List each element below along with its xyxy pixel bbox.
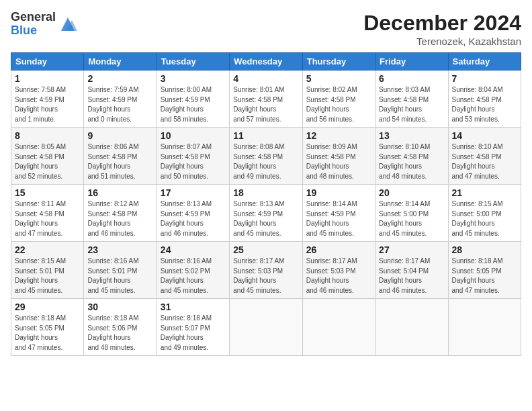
day-detail: Sunrise: 7:58 AMSunset: 4:59 PMDaylight …: [15, 85, 80, 124]
day-cell-13: 13Sunrise: 8:10 AMSunset: 4:58 PMDayligh…: [375, 128, 448, 185]
empty-cell: [448, 299, 521, 356]
day-number: 10: [161, 130, 226, 141]
day-number: 17: [161, 187, 226, 198]
day-cell-2: 2Sunrise: 7:59 AMSunset: 4:59 PMDaylight…: [84, 71, 157, 128]
empty-cell: [230, 299, 302, 356]
day-detail: Sunrise: 8:00 AMSunset: 4:59 PMDaylight …: [161, 85, 226, 124]
day-cell-19: 19Sunrise: 8:14 AMSunset: 4:59 PMDayligh…: [302, 185, 375, 242]
empty-cell: [302, 299, 375, 356]
day-detail: Sunrise: 8:11 AMSunset: 4:58 PMDaylight …: [15, 199, 80, 238]
day-cell-22: 22Sunrise: 8:15 AMSunset: 5:01 PMDayligh…: [11, 242, 84, 299]
day-cell-10: 10Sunrise: 8:07 AMSunset: 4:58 PMDayligh…: [157, 128, 229, 185]
day-cell-18: 18Sunrise: 8:13 AMSunset: 4:59 PMDayligh…: [230, 185, 302, 242]
day-number: 21: [452, 187, 517, 198]
day-cell-31: 31Sunrise: 8:18 AMSunset: 5:07 PMDayligh…: [157, 299, 229, 356]
logo-general: General: [11, 11, 56, 24]
calendar-table: SundayMondayTuesdayWednesdayThursdayFrid…: [11, 52, 521, 356]
day-cell-5: 5Sunrise: 8:02 AMSunset: 4:58 PMDaylight…: [302, 71, 375, 128]
day-number: 24: [161, 244, 226, 255]
day-number: 29: [15, 302, 80, 312]
day-number: 5: [306, 73, 371, 84]
day-detail: Sunrise: 8:18 AMSunset: 5:05 PMDaylight …: [15, 314, 80, 353]
location: Terenozek, Kazakhstan: [363, 36, 521, 47]
day-number: 13: [379, 130, 444, 141]
col-header-monday: Monday: [84, 53, 157, 71]
day-number: 28: [452, 244, 517, 255]
day-cell-27: 27Sunrise: 8:17 AMSunset: 5:04 PMDayligh…: [375, 242, 448, 299]
day-cell-17: 17Sunrise: 8:13 AMSunset: 4:59 PMDayligh…: [157, 185, 229, 242]
day-detail: Sunrise: 8:01 AMSunset: 4:58 PMDaylight …: [233, 85, 298, 124]
day-detail: Sunrise: 8:13 AMSunset: 4:59 PMDaylight …: [161, 199, 226, 238]
day-detail: Sunrise: 8:16 AMSunset: 5:02 PMDaylight …: [161, 257, 226, 295]
day-detail: Sunrise: 8:14 AMSunset: 4:59 PMDaylight …: [306, 199, 371, 238]
day-detail: Sunrise: 8:16 AMSunset: 5:01 PMDaylight …: [87, 257, 152, 295]
week-row-5: 29Sunrise: 8:18 AMSunset: 5:05 PMDayligh…: [11, 299, 521, 356]
day-detail: Sunrise: 8:06 AMSunset: 4:58 PMDaylight …: [87, 142, 152, 181]
day-detail: Sunrise: 8:12 AMSunset: 4:58 PMDaylight …: [87, 199, 152, 238]
day-number: 8: [15, 130, 80, 141]
day-detail: Sunrise: 8:18 AMSunset: 5:07 PMDaylight …: [161, 314, 226, 353]
col-header-wednesday: Wednesday: [230, 53, 302, 71]
logo-icon: [58, 15, 77, 34]
day-number: 16: [87, 187, 152, 198]
day-detail: Sunrise: 8:17 AMSunset: 5:04 PMDaylight …: [379, 257, 444, 295]
day-number: 25: [233, 244, 298, 255]
day-number: 7: [452, 73, 517, 84]
day-detail: Sunrise: 8:08 AMSunset: 4:58 PMDaylight …: [233, 142, 298, 181]
day-detail: Sunrise: 8:13 AMSunset: 4:59 PMDaylight …: [233, 199, 298, 238]
day-cell-30: 30Sunrise: 8:18 AMSunset: 5:06 PMDayligh…: [84, 299, 157, 356]
header: General Blue December 2024 Terenozek, Ka…: [11, 11, 521, 47]
col-header-thursday: Thursday: [302, 53, 375, 71]
day-detail: Sunrise: 8:09 AMSunset: 4:58 PMDaylight …: [306, 142, 371, 181]
day-detail: Sunrise: 8:10 AMSunset: 4:58 PMDaylight …: [379, 142, 444, 181]
week-row-2: 8Sunrise: 8:05 AMSunset: 4:58 PMDaylight…: [11, 128, 521, 185]
empty-cell: [375, 299, 448, 356]
week-row-3: 15Sunrise: 8:11 AMSunset: 4:58 PMDayligh…: [11, 185, 521, 242]
day-detail: Sunrise: 8:07 AMSunset: 4:58 PMDaylight …: [161, 142, 226, 181]
title-block: December 2024 Terenozek, Kazakhstan: [363, 11, 521, 47]
day-number: 26: [306, 244, 371, 255]
day-number: 15: [15, 187, 80, 198]
day-cell-29: 29Sunrise: 8:18 AMSunset: 5:05 PMDayligh…: [11, 299, 84, 356]
day-detail: Sunrise: 8:04 AMSunset: 4:58 PMDaylight …: [452, 85, 517, 124]
day-cell-26: 26Sunrise: 8:17 AMSunset: 5:03 PMDayligh…: [302, 242, 375, 299]
day-number: 20: [379, 187, 444, 198]
day-number: 27: [379, 244, 444, 255]
week-row-4: 22Sunrise: 8:15 AMSunset: 5:01 PMDayligh…: [11, 242, 521, 299]
day-cell-12: 12Sunrise: 8:09 AMSunset: 4:58 PMDayligh…: [302, 128, 375, 185]
col-header-sunday: Sunday: [11, 53, 84, 71]
logo-text: General Blue: [11, 11, 56, 38]
day-number: 14: [452, 130, 517, 141]
col-header-tuesday: Tuesday: [157, 53, 229, 71]
day-cell-9: 9Sunrise: 8:06 AMSunset: 4:58 PMDaylight…: [84, 128, 157, 185]
day-number: 12: [306, 130, 371, 141]
month-title: December 2024: [363, 11, 521, 36]
day-number: 31: [161, 302, 226, 312]
day-detail: Sunrise: 8:15 AMSunset: 5:01 PMDaylight …: [15, 257, 80, 295]
day-number: 11: [233, 130, 298, 141]
day-number: 1: [15, 73, 80, 84]
day-number: 30: [87, 302, 152, 312]
day-cell-4: 4Sunrise: 8:01 AMSunset: 4:58 PMDaylight…: [230, 71, 302, 128]
day-cell-11: 11Sunrise: 8:08 AMSunset: 4:58 PMDayligh…: [230, 128, 302, 185]
day-detail: Sunrise: 8:15 AMSunset: 5:00 PMDaylight …: [452, 199, 517, 238]
day-number: 18: [233, 187, 298, 198]
week-row-1: 1Sunrise: 7:58 AMSunset: 4:59 PMDaylight…: [11, 71, 521, 128]
day-cell-28: 28Sunrise: 8:18 AMSunset: 5:05 PMDayligh…: [448, 242, 521, 299]
day-cell-20: 20Sunrise: 8:14 AMSunset: 5:00 PMDayligh…: [375, 185, 448, 242]
day-detail: Sunrise: 8:14 AMSunset: 5:00 PMDaylight …: [379, 199, 444, 238]
day-number: 2: [87, 73, 152, 84]
day-detail: Sunrise: 8:17 AMSunset: 5:03 PMDaylight …: [306, 257, 371, 295]
day-cell-15: 15Sunrise: 8:11 AMSunset: 4:58 PMDayligh…: [11, 185, 84, 242]
day-detail: Sunrise: 7:59 AMSunset: 4:59 PMDaylight …: [87, 85, 152, 124]
day-cell-23: 23Sunrise: 8:16 AMSunset: 5:01 PMDayligh…: [84, 242, 157, 299]
day-detail: Sunrise: 8:03 AMSunset: 4:58 PMDaylight …: [379, 85, 444, 124]
col-header-friday: Friday: [375, 53, 448, 71]
day-detail: Sunrise: 8:18 AMSunset: 5:05 PMDaylight …: [452, 257, 517, 295]
day-cell-25: 25Sunrise: 8:17 AMSunset: 5:03 PMDayligh…: [230, 242, 302, 299]
col-header-saturday: Saturday: [448, 53, 521, 71]
day-cell-24: 24Sunrise: 8:16 AMSunset: 5:02 PMDayligh…: [157, 242, 229, 299]
day-number: 19: [306, 187, 371, 198]
day-number: 22: [15, 244, 80, 255]
day-detail: Sunrise: 8:17 AMSunset: 5:03 PMDaylight …: [233, 257, 298, 295]
